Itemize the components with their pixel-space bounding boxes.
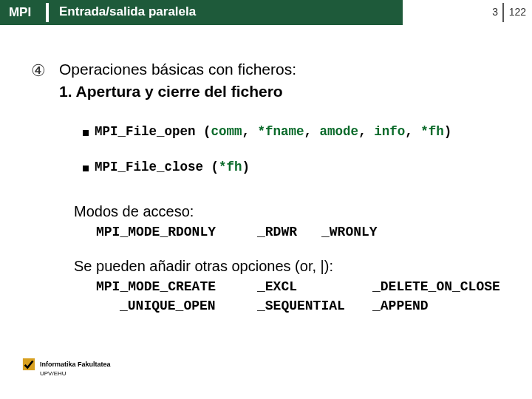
code-mpi-file-close: MPI_File_close (*fh)	[95, 160, 250, 174]
mode-excl: _EXCL	[257, 279, 297, 294]
page-number-total: 122	[509, 6, 526, 18]
mode-rdonly: MPI_MODE_RDONLY	[96, 225, 216, 239]
page-number-separator	[502, 3, 504, 22]
access-modes-row: MPI_MODE_RDONLY _RDWR _WRONLY	[96, 225, 216, 239]
mode-append: _APPEND	[372, 299, 429, 313]
header-separator	[46, 3, 49, 22]
bullet-marker: ④	[31, 61, 46, 81]
mode-wronly: _WRONLY	[321, 225, 378, 239]
mode-sequential: _SEQUENTIAL	[257, 299, 345, 313]
paren: (	[211, 160, 219, 174]
comma: ,	[304, 124, 320, 139]
mode-rdwr: _RDWR	[257, 225, 297, 239]
page-number-current: 3	[492, 6, 498, 18]
comma: ,	[358, 124, 374, 139]
comma: ,	[405, 124, 420, 139]
square-bullet-icon	[83, 166, 89, 171]
paren: )	[242, 160, 250, 174]
header-title: Entrada/salida paralela	[59, 4, 196, 19]
fn-name: MPI_File_open	[95, 124, 203, 139]
slide: MPI Entrada/salida paralela 3 122 ④ Oper…	[0, 0, 532, 399]
heading-line-1: Operaciones básicas con ficheros:	[59, 61, 296, 78]
mode-unique-open: _UNIQUE_OPEN	[120, 299, 216, 313]
header-mpi-box: MPI	[0, 0, 40, 25]
fn-name: MPI_File_close	[95, 160, 211, 174]
mode-delete-on-close: _DELETE_ON_CLOSE	[372, 279, 500, 294]
options-row-1: MPI_MODE_CREATE _EXCL _DELETE_ON_CLOSE	[96, 279, 216, 294]
comma: ,	[242, 124, 258, 139]
param-fh: *fh	[420, 124, 444, 139]
header-mpi-label: MPI	[9, 5, 31, 20]
options-label: Se pueden añadir otras opciones (or, |):	[74, 258, 333, 275]
footer-logo-icon	[22, 358, 35, 371]
footer-university: UPV/EHU	[40, 370, 66, 377]
paren: )	[444, 124, 452, 139]
param-fh: *fh	[219, 160, 242, 174]
paren: (	[203, 124, 211, 139]
param-fname: *fname	[258, 124, 304, 139]
code-mpi-file-open: MPI_File_open (comm, *fname, amode, info…	[95, 124, 451, 139]
square-bullet-icon	[83, 130, 89, 136]
footer-faculty: Informatika Fakultatea	[40, 361, 111, 368]
heading-line-2: 1. Apertura y cierre del fichero	[59, 83, 283, 100]
svg-rect-0	[23, 358, 35, 370]
mode-create: MPI_MODE_CREATE	[96, 279, 216, 294]
param-comm: comm	[211, 124, 242, 139]
param-info: info	[374, 124, 405, 139]
param-amode: amode	[320, 124, 359, 139]
access-modes-label: Modos de acceso:	[74, 203, 194, 220]
